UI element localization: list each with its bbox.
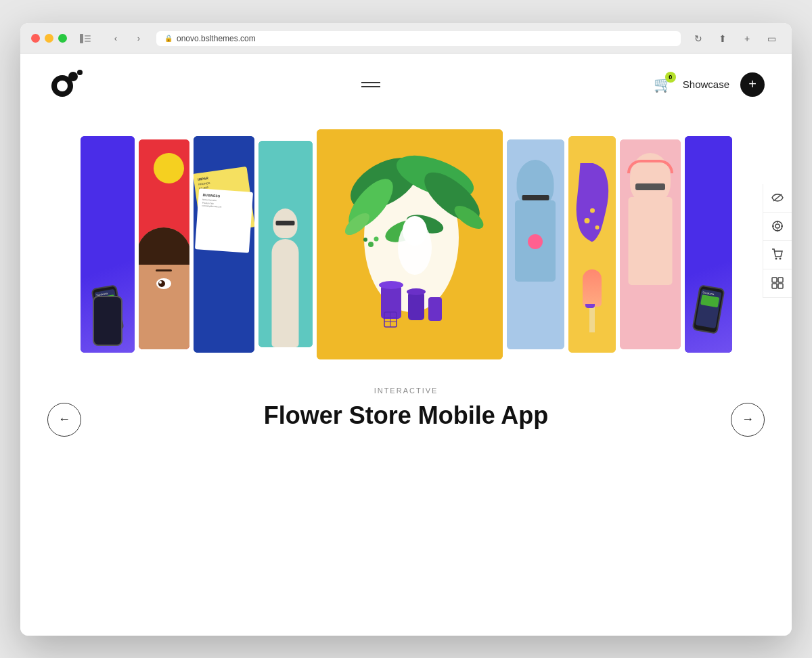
svg-rect-43 [772,278,777,282]
svg-point-7 [77,70,83,75]
cart-tool[interactable] [763,241,792,269]
logo[interactable] [47,64,88,105]
gallery-item-6[interactable] [507,139,564,349]
right-arrow-icon: → [742,412,754,426]
nav-menu[interactable] [361,82,380,87]
svg-rect-19 [408,292,424,320]
svg-rect-0 [80,34,83,43]
maximize-button[interactable] [58,34,67,43]
svg-rect-1 [85,35,91,37]
svg-point-42 [780,258,782,260]
svg-point-36 [775,224,780,228]
prev-arrow[interactable]: ← [47,403,81,437]
svg-point-29 [363,238,367,242]
svg-point-28 [368,242,374,247]
svg-point-32 [595,225,599,229]
svg-point-31 [584,218,589,223]
pink-bust-head [630,153,671,204]
hamburger-line-1 [361,82,380,83]
close-button[interactable] [31,34,40,43]
svg-rect-44 [778,278,783,282]
bubblegum [528,234,543,249]
svg-rect-2 [85,38,91,39]
lock-icon: 🔒 [164,35,173,42]
svg-point-18 [379,281,403,289]
gallery-item-2[interactable] [139,139,189,349]
cart-badge: 0 [665,72,676,83]
gallery-item-8[interactable] [620,139,681,349]
svg-point-27 [403,216,427,246]
svg-point-20 [407,288,426,295]
left-arrow-icon: ← [58,412,70,426]
site-header: 🛒 0 Showcase + [20,53,792,116]
reload-button[interactable]: ↻ [689,31,708,46]
duplicate-button[interactable]: ▭ [762,31,781,46]
eye-tool[interactable] [763,184,792,213]
gallery-item-5[interactable] [317,129,503,359]
url-text: onovo.bslthemes.com [177,34,256,43]
right-sidebar [763,184,792,298]
gallery-item-4[interactable] [258,141,313,347]
svg-rect-45 [772,284,777,288]
svg-rect-3 [85,41,91,42]
sunglasses-icon [522,195,549,200]
browser-right-controls: ↻ ⬆ + ▭ [689,31,781,46]
hamburger-menu[interactable] [361,82,380,87]
svg-point-35 [773,221,782,231]
gallery-item-3[interactable]: IMPAR PRONOSEC-899 Sample text hereMore … [194,136,254,353]
caption-section: INTERACTIVE Flower Store Mobile App ← → [20,366,792,470]
svg-rect-21 [428,297,442,321]
svg-point-5 [57,81,68,91]
browser-controls: ‹ › [106,31,148,46]
browser-window: ‹ › 🔒 onovo.bslthemes.com ↻ ⬆ + ▭ [20,23,792,636]
svg-point-41 [775,258,777,260]
svg-point-33 [590,208,595,213]
site-content: 🛒 0 Showcase + Surakarta [20,53,792,636]
gallery-item-1[interactable]: Surakarta [81,136,135,353]
cart-button[interactable]: 🛒 0 [654,76,672,93]
browser-chrome: ‹ › 🔒 onovo.bslthemes.com ↻ ⬆ + ▭ [20,23,792,53]
sidebar-toggle[interactable] [75,31,95,46]
caption-title: Flower Store Mobile App [264,401,549,430]
target-tool[interactable] [763,213,792,241]
gallery-strip: Surakarta [20,129,792,359]
next-arrow[interactable]: → [731,403,765,437]
share-button[interactable]: ⬆ [713,31,732,46]
headphones-icon [627,160,673,173]
pink-sunglasses [635,183,665,190]
showcase-link[interactable]: Showcase [683,79,729,90]
caption-tag: INTERACTIVE [374,387,438,395]
gallery-item-9[interactable]: Surakarta [685,136,732,353]
svg-point-6 [68,72,78,81]
grid-tool[interactable] [763,269,792,298]
address-bar[interactable]: 🔒 onovo.bslthemes.com [156,31,681,46]
new-tab-button[interactable]: + [738,31,757,46]
back-button[interactable]: ‹ [106,31,125,46]
svg-point-30 [374,236,378,241]
minimize-button[interactable] [45,34,53,43]
gallery-item-7[interactable] [568,136,616,353]
svg-rect-46 [778,284,783,288]
plus-button[interactable]: + [740,72,765,97]
forward-button[interactable]: › [129,31,148,46]
nav-right: 🛒 0 Showcase + [654,72,765,97]
traffic-lights [31,34,67,43]
hamburger-line-2 [361,86,380,87]
gallery-section: Surakarta [20,116,792,366]
pink-bust-body [628,197,672,285]
